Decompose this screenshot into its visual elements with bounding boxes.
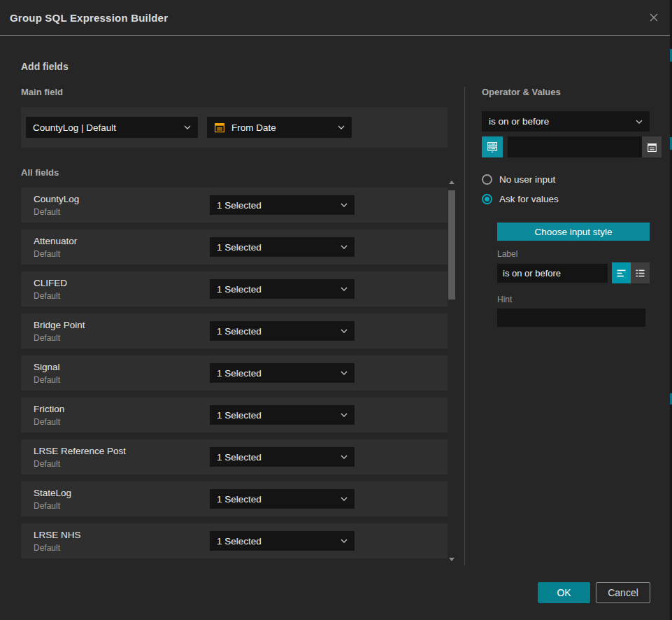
field-source: Default <box>34 207 210 217</box>
column-divider <box>464 87 465 565</box>
field-values-dropdown-value: 1 Selected <box>217 494 335 505</box>
field-source: Default <box>34 249 210 259</box>
field-name: CountyLog <box>34 194 210 204</box>
layer-dropdown[interactable]: CountyLog | Default <box>26 117 198 138</box>
bullet-list-icon <box>634 267 646 279</box>
field-source: Default <box>34 417 210 427</box>
scroll-up-icon[interactable] <box>449 181 455 184</box>
field-name: Signal <box>34 362 210 372</box>
field-row-signal: Signal Default 1 Selected <box>21 355 448 390</box>
field-values-dropdown-value: 1 Selected <box>217 242 335 253</box>
field-name: LRSE NHS <box>34 530 210 540</box>
cancel-button[interactable]: Cancel <box>596 582 650 603</box>
radio-label: Ask for values <box>499 194 559 204</box>
radio-label: No user input <box>499 174 555 185</box>
chevron-down-icon <box>341 245 348 249</box>
field-row-lrse-reference-post: LRSE Reference Post Default 1 Selected <box>21 439 448 474</box>
layer-dropdown-value: CountyLog | Default <box>33 122 178 133</box>
field-values-dropdown[interactable]: 1 Selected <box>210 237 355 257</box>
group-sql-expression-builder-dialog: Group SQL Expression Builder Add fields … <box>0 0 672 620</box>
radio-ask-for-values[interactable]: Ask for values <box>482 194 650 204</box>
all-fields-list: CountyLog Default 1 Selected Attenuator … <box>21 188 448 558</box>
field-values-dropdown-value: 1 Selected <box>217 410 335 421</box>
main-field-dropdown[interactable]: From Date <box>207 117 352 138</box>
chevron-down-icon <box>341 329 348 333</box>
operator-dropdown-value: is on or before <box>489 116 630 127</box>
field-values-dropdown[interactable]: 1 Selected <box>210 405 355 425</box>
chevron-down-icon <box>341 455 348 459</box>
field-values-dropdown[interactable]: 1 Selected <box>210 363 355 383</box>
field-source: Default <box>34 543 210 553</box>
field-name: CLIFED <box>34 278 210 288</box>
field-values-dropdown-value: 1 Selected <box>217 452 335 463</box>
field-row-clifed: CLIFED Default 1 Selected <box>21 272 448 307</box>
ok-button[interactable]: OK <box>538 582 590 603</box>
chevron-down-icon <box>341 539 348 543</box>
label-style-single-line-button[interactable] <box>612 262 631 283</box>
close-icon <box>647 10 661 24</box>
value-date-input[interactable] <box>508 136 642 157</box>
dialog-title: Group SQL Expression Builder <box>10 12 168 24</box>
field-values-dropdown[interactable]: 1 Selected <box>210 531 355 551</box>
chevron-down-icon <box>341 413 348 417</box>
field-values-dropdown-value: 1 Selected <box>217 536 335 547</box>
scroll-down-icon[interactable] <box>449 558 455 561</box>
label-field-label: Label <box>497 249 650 259</box>
radio-no-user-input[interactable]: No user input <box>482 174 650 185</box>
chevron-down-icon <box>184 125 191 129</box>
field-values-dropdown[interactable]: 1 Selected <box>210 447 355 467</box>
field-values-dropdown-value: 1 Selected <box>217 284 335 295</box>
label-input[interactable] <box>497 264 608 283</box>
main-field-heading: Main field <box>21 87 448 97</box>
field-source: Default <box>34 459 210 469</box>
field-row-friction: Friction Default 1 Selected <box>21 397 448 432</box>
chevron-down-icon <box>341 371 348 375</box>
main-field-dropdown-value: From Date <box>231 122 332 133</box>
radio-circle[interactable] <box>482 194 492 204</box>
field-values-dropdown[interactable]: 1 Selected <box>210 489 355 509</box>
add-fields-heading: Add fields <box>21 61 672 72</box>
field-values-dropdown[interactable]: 1 Selected <box>210 279 355 299</box>
value-input-type-button[interactable] <box>482 136 503 157</box>
radio-circle[interactable] <box>482 174 492 185</box>
field-source: Default <box>34 291 210 301</box>
field-values-dropdown-value: 1 Selected <box>217 368 335 379</box>
chevron-down-icon <box>636 120 643 124</box>
field-row-countylog: CountyLog Default 1 Selected <box>21 188 448 223</box>
field-values-dropdown-value: 1 Selected <box>217 200 335 211</box>
field-source: Default <box>34 501 210 511</box>
field-values-dropdown[interactable]: 1 Selected <box>210 195 355 215</box>
field-name: LRSE Reference Post <box>34 446 210 456</box>
field-row-attenuator: Attenuator Default 1 Selected <box>21 230 448 265</box>
label-style-list-button[interactable] <box>631 262 650 283</box>
field-name: Friction <box>34 404 210 414</box>
field-source: Default <box>34 375 210 385</box>
field-name: Bridge Point <box>34 320 210 330</box>
main-field-panel: CountyLog | Default From Date <box>21 107 448 148</box>
operator-values-heading: Operator & Values <box>482 87 650 97</box>
field-values-dropdown[interactable]: 1 Selected <box>210 321 355 341</box>
chevron-down-icon <box>341 287 348 291</box>
calendar-icon <box>647 142 657 153</box>
field-row-bridge-point: Bridge Point Default 1 Selected <box>21 313 448 348</box>
close-button[interactable] <box>646 10 662 25</box>
input-type-stack-icon <box>486 141 499 153</box>
choose-input-style-button[interactable]: Choose input style <box>497 223 650 241</box>
field-row-statelog: StateLog Default 1 Selected <box>21 481 448 516</box>
chevron-down-icon <box>338 125 345 129</box>
hint-field-label: Hint <box>497 295 650 304</box>
field-name: Attenuator <box>34 236 210 246</box>
scrollbar-thumb[interactable] <box>448 190 455 300</box>
field-name: StateLog <box>34 488 210 498</box>
operator-dropdown[interactable]: is on or before <box>482 111 650 132</box>
field-values-dropdown-value: 1 Selected <box>217 326 335 337</box>
chevron-down-icon <box>341 203 348 207</box>
fields-list-scrollbar[interactable] <box>448 181 456 561</box>
hint-input[interactable] <box>497 309 645 327</box>
date-picker-button[interactable] <box>642 136 662 157</box>
field-row-lrse-nhs: LRSE NHS Default 1 Selected <box>21 523 448 558</box>
chevron-down-icon <box>341 497 348 501</box>
dialog-titlebar: Group SQL Expression Builder <box>0 0 672 36</box>
all-fields-heading: All fields <box>21 167 448 178</box>
field-source: Default <box>34 333 210 343</box>
